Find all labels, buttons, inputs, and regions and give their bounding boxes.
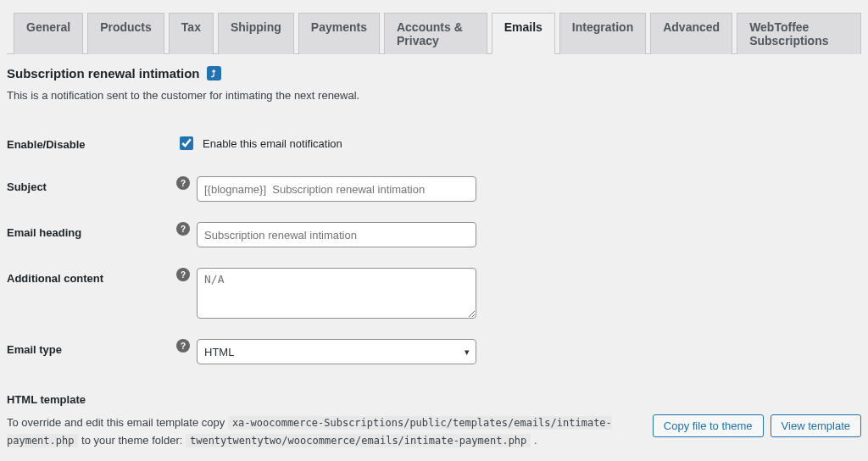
- page-description: This is a notification sent to the custo…: [7, 89, 861, 102]
- help-icon[interactable]: ?: [176, 268, 190, 281]
- email-heading-label: Email heading: [7, 212, 176, 258]
- tab-accounts-privacy[interactable]: Accounts & Privacy: [384, 13, 487, 54]
- html-template-heading: HTML template: [7, 393, 861, 406]
- tab-general[interactable]: General: [14, 13, 83, 54]
- html-template-description: To override and edit this email template…: [7, 414, 636, 450]
- view-template-button[interactable]: View template: [771, 414, 861, 437]
- tab-products[interactable]: Products: [87, 13, 164, 54]
- tab-payments[interactable]: Payments: [298, 13, 380, 54]
- email-type-label: Email type: [7, 329, 176, 375]
- additional-content-label: Additional content: [7, 258, 176, 329]
- subject-input[interactable]: [197, 176, 476, 202]
- help-icon[interactable]: ?: [176, 339, 190, 353]
- subject-label: Subject: [7, 166, 176, 212]
- back-icon[interactable]: ⤴: [207, 66, 221, 81]
- tab-integration[interactable]: Integration: [559, 13, 646, 54]
- copy-file-to-theme-button[interactable]: Copy file to theme: [653, 414, 764, 437]
- tab-shipping[interactable]: Shipping: [218, 13, 294, 54]
- help-icon[interactable]: ?: [176, 222, 190, 236]
- page-title: Subscription renewal intimation: [7, 66, 200, 81]
- settings-tabs: General Products Tax Shipping Payments A…: [7, 7, 861, 54]
- tab-advanced[interactable]: Advanced: [650, 13, 732, 54]
- template-dest-path: twentytwentytwo/woocommerce/emails/intim…: [186, 434, 531, 447]
- email-heading-input[interactable]: [197, 222, 476, 247]
- email-settings-form: Enable/Disable Enable this email notific…: [7, 124, 837, 375]
- email-type-select[interactable]: HTML: [197, 339, 476, 364]
- enable-label: Enable/Disable: [7, 124, 176, 166]
- tab-emails[interactable]: Emails: [492, 13, 555, 54]
- help-icon[interactable]: ?: [176, 176, 190, 190]
- additional-content-textarea[interactable]: [197, 268, 476, 319]
- enable-email-checkbox-label: Enable this email notification: [203, 137, 342, 150]
- tab-tax[interactable]: Tax: [169, 13, 214, 54]
- enable-email-checkbox[interactable]: [180, 136, 193, 150]
- tab-webtoffee-subscriptions[interactable]: WebToffee Subscriptions: [737, 13, 861, 54]
